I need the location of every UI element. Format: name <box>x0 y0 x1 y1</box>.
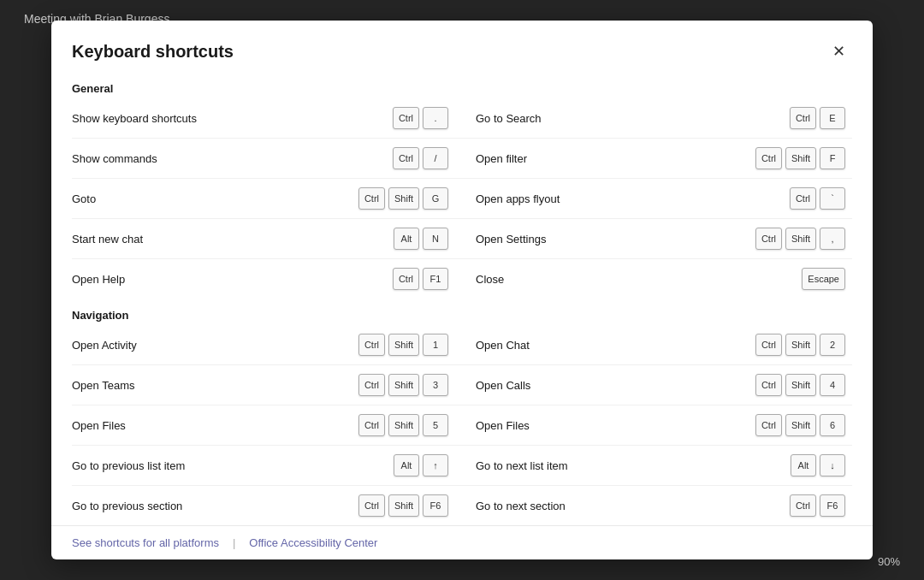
general-left-col: Show keyboard shortcuts Ctrl . Show comm… <box>72 98 462 299</box>
key-f6: F6 <box>820 494 845 517</box>
shortcut-open-filter: Open filter Ctrl Shift F <box>462 139 852 179</box>
key-ctrl: Ctrl <box>755 414 782 436</box>
key-4: 4 <box>820 374 845 396</box>
keys-next-list-item: Alt ↓ <box>791 454 845 476</box>
key-shift: Shift <box>785 147 816 169</box>
shortcut-open-help: Open Help Ctrl F1 <box>72 259 462 299</box>
key-up: ↑ <box>423 454 448 476</box>
shortcut-show-commands: Show commands Ctrl / <box>72 139 462 179</box>
key-ctrl: Ctrl <box>790 107 816 129</box>
key-ctrl: Ctrl <box>358 187 385 210</box>
key-shift: Shift <box>388 187 419 210</box>
shortcut-close: Close Escape <box>462 259 852 299</box>
key-shift: Shift <box>388 414 419 436</box>
keys-open-files-right: Ctrl Shift 6 <box>755 414 845 436</box>
key-ctrl: Ctrl <box>393 107 419 129</box>
key-dot: . <box>423 107 448 129</box>
key-ctrl: Ctrl <box>358 494 385 517</box>
key-ctrl: Ctrl <box>358 414 385 436</box>
shortcut-next-section: Go to next section Ctrl F6 <box>462 486 852 525</box>
keys-open-chat: Ctrl Shift 2 <box>755 334 845 356</box>
keys-go-to-search: Ctrl E <box>790 107 845 129</box>
key-e: E <box>820 107 845 129</box>
key-shift: Shift <box>785 228 816 250</box>
shortcut-prev-list-item: Go to previous list item Alt ↑ <box>72 446 462 486</box>
key-down: ↓ <box>820 454 845 476</box>
key-ctrl: Ctrl <box>755 334 782 356</box>
key-ctrl: Ctrl <box>790 494 816 517</box>
key-ctrl: Ctrl <box>358 374 385 396</box>
key-backtick: ` <box>820 187 845 210</box>
see-shortcuts-link[interactable]: See shortcuts for all platforms <box>72 536 219 549</box>
keys-open-calls: Ctrl Shift 4 <box>755 374 845 396</box>
keys-close: Escape <box>802 268 845 290</box>
keys-goto: Ctrl Shift G <box>358 187 448 210</box>
navigation-shortcuts-grid: Open Activity Ctrl Shift 1 Open Teams Ct… <box>72 325 852 525</box>
shortcut-prev-section: Go to previous section Ctrl Shift F6 <box>72 486 462 525</box>
keys-show-keyboard-shortcuts: Ctrl . <box>393 107 448 129</box>
keys-open-teams: Ctrl Shift 3 <box>358 374 448 396</box>
key-shift: Shift <box>785 414 816 436</box>
key-f: F <box>820 147 845 169</box>
section-title-navigation: Navigation <box>72 309 852 322</box>
key-6: 6 <box>820 414 845 436</box>
key-shift: Shift <box>388 374 419 396</box>
shortcut-goto: Goto Ctrl Shift G <box>72 179 462 219</box>
key-n: N <box>423 228 448 250</box>
key-f1: F1 <box>423 268 448 290</box>
key-ctrl: Ctrl <box>755 228 782 250</box>
shortcut-next-list-item: Go to next list item Alt ↓ <box>462 446 852 486</box>
key-2: 2 <box>820 334 845 356</box>
key-ctrl: Ctrl <box>393 147 419 169</box>
key-3: 3 <box>423 374 448 396</box>
keyboard-shortcuts-modal: Keyboard shortcuts ✕ General Show keyboa… <box>51 21 873 559</box>
shortcut-start-new-chat: Start new chat Alt N <box>72 219 462 259</box>
section-title-general: General <box>72 82 852 95</box>
key-slash: / <box>423 147 448 169</box>
key-shift: Shift <box>388 494 419 517</box>
shortcut-go-to-search: Go to Search Ctrl E <box>462 98 852 139</box>
modal-title: Keyboard shortcuts <box>72 42 234 62</box>
key-alt: Alt <box>394 228 419 250</box>
shortcut-show-keyboard-shortcuts: Show keyboard shortcuts Ctrl . <box>72 98 462 139</box>
shortcut-open-files-right: Open Files Ctrl Shift 6 <box>462 405 852 446</box>
key-g: G <box>423 187 448 210</box>
shortcut-open-apps-flyout: Open apps flyout Ctrl ` <box>462 179 852 219</box>
footer-divider: | <box>233 536 235 549</box>
navigation-left-col: Open Activity Ctrl Shift 1 Open Teams Ct… <box>72 325 462 525</box>
keys-open-files-left: Ctrl Shift 5 <box>358 414 448 436</box>
modal-footer: See shortcuts for all platforms | Office… <box>51 525 873 559</box>
keys-prev-list-item: Alt ↑ <box>394 454 448 476</box>
close-button[interactable]: ✕ <box>825 38 852 65</box>
navigation-right-col: Open Chat Ctrl Shift 2 Open Calls Ctrl S… <box>462 325 852 525</box>
key-escape: Escape <box>802 268 845 290</box>
keys-next-section: Ctrl F6 <box>790 494 845 517</box>
office-accessibility-link[interactable]: Office Accessibility Center <box>249 536 377 549</box>
shortcut-open-activity: Open Activity Ctrl Shift 1 <box>72 325 462 365</box>
zoom-level: 90% <box>878 555 900 568</box>
keys-prev-section: Ctrl Shift F6 <box>358 494 448 517</box>
keys-open-help: Ctrl F1 <box>393 268 448 290</box>
keys-open-settings: Ctrl Shift , <box>755 228 845 250</box>
key-ctrl: Ctrl <box>755 147 782 169</box>
key-ctrl: Ctrl <box>393 268 419 290</box>
shortcut-open-files-left: Open Files Ctrl Shift 5 <box>72 405 462 446</box>
keys-open-apps-flyout: Ctrl ` <box>790 187 845 210</box>
key-f6: F6 <box>423 494 448 517</box>
key-alt: Alt <box>791 454 816 476</box>
keys-start-new-chat: Alt N <box>394 228 448 250</box>
modal-header: Keyboard shortcuts ✕ <box>51 21 873 72</box>
shortcut-open-calls: Open Calls Ctrl Shift 4 <box>462 365 852 405</box>
general-shortcuts-grid: Show keyboard shortcuts Ctrl . Show comm… <box>72 98 852 299</box>
shortcut-open-teams: Open Teams Ctrl Shift 3 <box>72 365 462 405</box>
key-shift: Shift <box>388 334 419 356</box>
shortcut-open-settings: Open Settings Ctrl Shift , <box>462 219 852 259</box>
key-alt: Alt <box>394 454 419 476</box>
key-comma: , <box>820 228 845 250</box>
keys-open-filter: Ctrl Shift F <box>755 147 845 169</box>
key-shift: Shift <box>785 374 816 396</box>
key-1: 1 <box>423 334 448 356</box>
key-ctrl: Ctrl <box>358 334 385 356</box>
key-shift: Shift <box>785 334 816 356</box>
general-right-col: Go to Search Ctrl E Open filter Ctrl Shi… <box>462 98 852 299</box>
